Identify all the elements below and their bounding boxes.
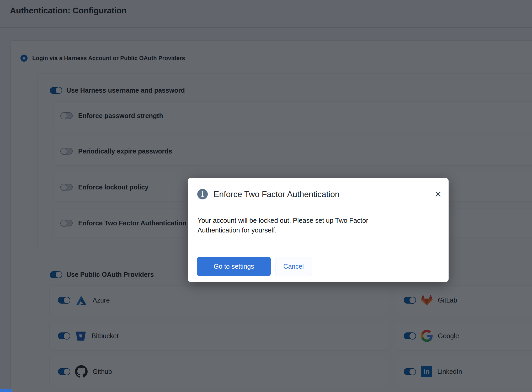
modal-actions: Go to settings Cancel: [197, 257, 312, 276]
authentication-configuration-page: Authentication: Configuration Login via …: [0, 0, 532, 392]
go-to-settings-button[interactable]: Go to settings: [197, 257, 271, 276]
close-icon[interactable]: ✕: [434, 190, 442, 199]
cancel-button[interactable]: Cancel: [275, 257, 312, 276]
modal-title: Enforce Two Factor Authentication: [214, 189, 339, 199]
modal-header: i Enforce Two Factor Authentication ✕: [197, 189, 442, 199]
bottom-left-button-sliver[interactable]: [0, 389, 12, 392]
info-icon: i: [197, 189, 208, 199]
enforce-two-factor-modal: i Enforce Two Factor Authentication ✕ Yo…: [188, 178, 449, 282]
modal-body-text: Your account will be locked out. Please …: [198, 216, 381, 235]
